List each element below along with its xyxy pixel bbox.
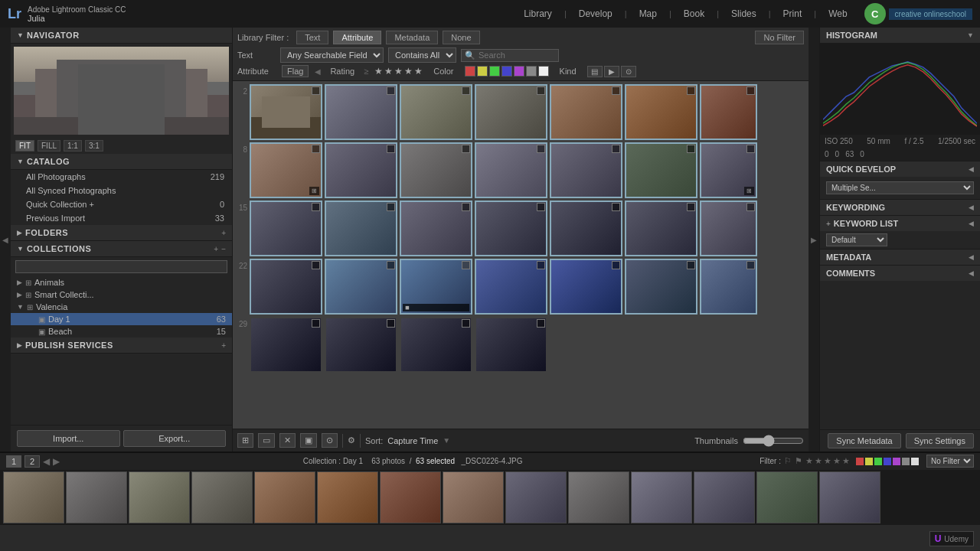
- keyword-add-icon[interactable]: +: [826, 220, 831, 228]
- photo-28[interactable]: [700, 259, 757, 315]
- fs-photo-1[interactable]: [3, 471, 64, 523]
- keywording-header[interactable]: Keywording ◀: [820, 200, 980, 215]
- thumb-5-check[interactable]: [537, 86, 545, 95]
- fs-swatch-gray[interactable]: [902, 458, 910, 465]
- right-panel-collapse[interactable]: ▶: [808, 28, 819, 452]
- collection-group-valencia[interactable]: ▼ ⊞ Valencia: [11, 301, 232, 313]
- zoom-fill[interactable]: FILL: [38, 140, 60, 152]
- import-button[interactable]: Import...: [17, 430, 120, 447]
- fs-photo-9[interactable]: [505, 471, 567, 523]
- tab-print[interactable]: Print: [773, 5, 813, 22]
- fs-star4[interactable]: ★: [833, 456, 841, 466]
- photo-18[interactable]: [475, 201, 547, 256]
- flag-btn[interactable]: Flag: [282, 65, 309, 77]
- fs-photo-2[interactable]: [66, 471, 127, 523]
- thumb-28-check[interactable]: [746, 261, 755, 269]
- thumb-30-check[interactable]: [387, 319, 395, 328]
- people-btn[interactable]: ⊙: [322, 433, 338, 448]
- fs-star5[interactable]: ★: [842, 456, 850, 466]
- catalog-all-synced[interactable]: All Synced Photographs: [11, 184, 232, 197]
- no-filter-button[interactable]: No Filter: [755, 31, 804, 44]
- thumb-25-check[interactable]: [537, 261, 545, 269]
- photo-19[interactable]: [550, 201, 622, 256]
- photo-16[interactable]: [325, 201, 397, 256]
- tab-web[interactable]: Web: [818, 5, 858, 22]
- kind-master[interactable]: ▤: [587, 66, 603, 77]
- photo-22[interactable]: [250, 259, 322, 315]
- thumb-23-check[interactable]: [387, 261, 395, 269]
- search-input[interactable]: [479, 51, 555, 60]
- publish-add-icon[interactable]: +: [221, 341, 226, 350]
- photo-30[interactable]: [325, 317, 397, 373]
- export-button[interactable]: Export...: [123, 430, 227, 447]
- collections-add-icon[interactable]: +: [214, 245, 218, 253]
- thumb-26-check[interactable]: [612, 261, 620, 269]
- photo-8b[interactable]: ⊞: [250, 142, 322, 198]
- thumb-15-check[interactable]: [312, 203, 320, 211]
- photo-14[interactable]: ⊞: [700, 142, 757, 198]
- photo-25[interactable]: [475, 259, 547, 315]
- filmstrip-no-filter-select[interactable]: No Filter: [926, 455, 974, 468]
- fs-photo-6[interactable]: [317, 471, 378, 523]
- tab-map[interactable]: Map: [629, 5, 668, 22]
- photo-12[interactable]: [550, 142, 622, 198]
- folders-header[interactable]: ▶ Folders +: [11, 225, 232, 241]
- fs-star2[interactable]: ★: [815, 456, 822, 466]
- photo-10[interactable]: [400, 142, 472, 198]
- photo-4[interactable]: [400, 84, 472, 140]
- collection-day1[interactable]: ▣ Day 1 63: [11, 313, 232, 325]
- photo-15[interactable]: [250, 201, 322, 256]
- contains-select[interactable]: Contains All: [388, 47, 456, 63]
- thumb-11-check[interactable]: [537, 145, 545, 153]
- loupe-view-btn[interactable]: ▭: [258, 433, 275, 448]
- swatch-blue[interactable]: [501, 66, 512, 77]
- thumb-19-check[interactable]: [612, 203, 620, 211]
- photo-31[interactable]: [400, 317, 472, 373]
- catalog-all-photographs[interactable]: All Photographs 219: [11, 170, 232, 184]
- tab-library[interactable]: Library: [513, 5, 563, 22]
- survey-btn[interactable]: ▣: [300, 433, 317, 448]
- swatch-purple[interactable]: [514, 66, 524, 77]
- swatch-red[interactable]: [465, 66, 475, 77]
- fs-star3[interactable]: ★: [824, 456, 831, 466]
- photo-13[interactable]: [625, 142, 697, 198]
- catalog-previous-import[interactable]: Previous Import 33: [11, 211, 232, 225]
- qd-preset-select[interactable]: Multiple Se...: [826, 181, 974, 194]
- photo-7[interactable]: [625, 84, 697, 140]
- collection-group-smart[interactable]: ▶ ⊞ Smart Collecti...: [11, 289, 232, 301]
- thumb-16-check[interactable]: [387, 203, 395, 211]
- photo-5[interactable]: [475, 84, 547, 140]
- keyword-list-header[interactable]: + Keyword List ◀: [820, 216, 980, 231]
- fs-star1[interactable]: ★: [805, 456, 813, 466]
- quick-develop-header[interactable]: Quick Develop ◀: [820, 161, 980, 177]
- swatch-yellow[interactable]: [477, 66, 488, 77]
- navigator-header[interactable]: ▼ Navigator: [11, 28, 232, 44]
- compare-btn[interactable]: ✕: [279, 433, 296, 448]
- filmstrip-next-icon[interactable]: ▶: [53, 456, 60, 467]
- photo-9[interactable]: [325, 142, 397, 198]
- fs-flag2[interactable]: ⚑: [795, 456, 802, 466]
- filmstrip-page2[interactable]: 2: [24, 455, 40, 468]
- thumb-4-check[interactable]: [462, 86, 470, 95]
- fs-photo-3[interactable]: [129, 471, 190, 523]
- fs-photo-13[interactable]: [756, 471, 818, 523]
- zoom-3-1[interactable]: 3:1: [85, 140, 103, 152]
- fs-photo-12[interactable]: [694, 471, 755, 523]
- photo-3[interactable]: [325, 84, 397, 140]
- catalog-header[interactable]: ▼ Catalog: [11, 154, 232, 170]
- photo-2[interactable]: [250, 84, 322, 140]
- fs-photo-8[interactable]: [443, 471, 504, 523]
- fs-photo-5[interactable]: [254, 471, 315, 523]
- thumb-12-check[interactable]: [612, 145, 620, 153]
- fs-photo-10[interactable]: [568, 471, 629, 523]
- thumb-27-check[interactable]: [687, 261, 695, 269]
- thumbnail-size-slider[interactable]: [743, 435, 804, 447]
- tab-develop[interactable]: Develop: [568, 5, 623, 22]
- kind-raw[interactable]: ⊙: [621, 66, 636, 77]
- sort-value[interactable]: Capture Time: [387, 436, 438, 445]
- photo-29[interactable]: [250, 317, 322, 373]
- collections-header[interactable]: ▼ Collections + −: [11, 241, 232, 257]
- swatch-gray[interactable]: [526, 66, 537, 77]
- photo-8[interactable]: [700, 84, 757, 140]
- thumb-14-check[interactable]: [746, 145, 755, 153]
